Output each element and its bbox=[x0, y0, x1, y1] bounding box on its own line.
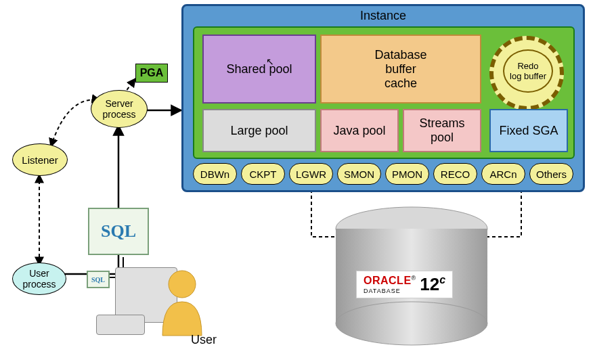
proc-pmon-label: PMON bbox=[392, 168, 422, 180]
proc-arcn-label: ARCn bbox=[489, 168, 517, 180]
listener-label: Listener bbox=[22, 154, 58, 166]
proc-pmon: PMON bbox=[385, 163, 429, 185]
db-buffer-cache-label: Database buffer cache bbox=[374, 48, 426, 91]
proc-others-label: Others bbox=[536, 168, 567, 180]
instance-title: Instance bbox=[183, 9, 583, 23]
server-process-node: Server process bbox=[91, 90, 148, 128]
proc-reco: RECO bbox=[433, 163, 477, 185]
fixed-sga-label: Fixed SGA bbox=[499, 124, 558, 138]
sql-monitor: SQL bbox=[88, 208, 149, 255]
streams-pool-label: Streams pool bbox=[419, 116, 464, 145]
sql-monitor-small-text: SQL bbox=[91, 276, 105, 283]
java-pool-label: Java pool bbox=[333, 124, 385, 138]
sga-box: Shared pool ↖ Database buffer cache Redo… bbox=[193, 26, 575, 159]
proc-lgwr: LGWR bbox=[289, 163, 333, 185]
proc-arcn: ARCn bbox=[481, 163, 525, 185]
shared-pool: Shared pool ↖ bbox=[202, 35, 316, 104]
proc-dbwn-label: DBWn bbox=[200, 168, 229, 180]
sql-monitor-small: SQL bbox=[87, 271, 110, 288]
large-pool-label: Large pool bbox=[230, 124, 288, 138]
instance-box: Instance Shared pool ↖ Database buffer c… bbox=[181, 4, 585, 192]
proc-others: Others bbox=[529, 163, 573, 185]
oracle-sub: DATABASE bbox=[364, 288, 416, 294]
user-figure-icon bbox=[156, 268, 208, 342]
svg-point-3 bbox=[336, 302, 487, 345]
proc-reco-label: RECO bbox=[441, 168, 470, 180]
server-process-label: Server process bbox=[102, 98, 135, 120]
pga-label: PGA bbox=[140, 67, 164, 79]
user-process-node: User process bbox=[12, 263, 66, 295]
redo-log-buffer: Redo log buffer bbox=[503, 49, 553, 93]
proc-lgwr-label: LGWR bbox=[296, 168, 326, 180]
proc-ckpt: CKPT bbox=[241, 163, 285, 185]
fixed-sga: Fixed SGA bbox=[489, 109, 568, 152]
user-label: User bbox=[191, 333, 217, 347]
user-process-label: User process bbox=[22, 268, 56, 290]
oracle-version-suffix: c bbox=[439, 274, 445, 286]
proc-smon-label: SMON bbox=[344, 168, 374, 180]
bg-process-row: DBWn CKPT LGWR SMON PMON RECO ARCn Other… bbox=[193, 163, 573, 185]
proc-smon: SMON bbox=[337, 163, 381, 185]
listener-node: Listener bbox=[12, 143, 68, 176]
proc-dbwn: DBWn bbox=[193, 163, 237, 185]
oracle-brand: ORACLE bbox=[364, 275, 412, 287]
proc-ckpt-label: CKPT bbox=[249, 168, 276, 180]
large-pool: Large pool bbox=[202, 109, 316, 152]
keyboard bbox=[96, 315, 145, 335]
streams-pool: Streams pool bbox=[403, 109, 481, 152]
svg-point-0 bbox=[169, 271, 196, 298]
shared-pool-label: Shared pool bbox=[226, 62, 292, 76]
java-pool: Java pool bbox=[320, 109, 399, 152]
oracle-db-label: ORACLE® DATABASE 12c bbox=[356, 271, 453, 298]
oracle-version: 12 bbox=[420, 274, 439, 294]
db-buffer-cache: Database buffer cache bbox=[320, 35, 481, 104]
cursor-icon: ↖ bbox=[266, 56, 274, 67]
sql-monitor-text: SQL bbox=[101, 221, 136, 242]
redo-log-buffer-label: Redo log buffer bbox=[510, 61, 546, 81]
pga-box: PGA bbox=[135, 64, 168, 83]
